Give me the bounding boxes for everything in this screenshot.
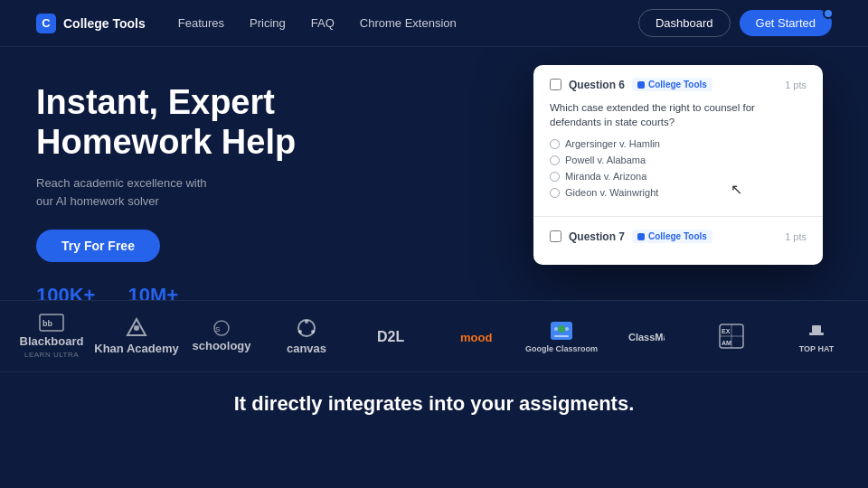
stat-users-value: 100K+ <box>36 284 95 300</box>
nav-pricing[interactable]: Pricing <box>250 16 286 30</box>
svg-text:ClassMarker: ClassMarker <box>628 332 665 343</box>
schoology-icon: S <box>211 320 232 336</box>
nav-chrome-extension[interactable]: Chrome Extension <box>360 16 457 30</box>
question-6-section: Question 6 College Tools 1 pts Which cas… <box>533 65 823 217</box>
exam-logo: EX AM <box>719 324 744 349</box>
brand-google-classroom: Google Classroom <box>519 320 604 353</box>
stat-questions: 10M+ questionssolved <box>127 284 178 300</box>
option-1: Argersinger v. Hamlin <box>550 138 807 149</box>
college-tools-badge: College Tools <box>632 78 712 91</box>
classmarker-icon: ClassMarker <box>628 328 665 344</box>
dashboard-button[interactable]: Dashboard <box>638 9 731 37</box>
option-2-radio[interactable] <box>550 155 560 165</box>
svg-rect-14 <box>554 335 569 337</box>
getstarted-button[interactable]: Get Started <box>740 10 832 36</box>
hero-title: Instant, Expert Homework Help <box>36 83 524 162</box>
brand-schoology: S schoology <box>179 320 264 352</box>
tophat-name: TOP HAT <box>799 344 835 353</box>
bottom-title: It directly integrates into your assigme… <box>36 392 832 416</box>
logo-text: College Tools <box>63 16 146 31</box>
question-6-checkbox[interactable] <box>550 79 561 90</box>
hero-subtitle: Reach academic excellence with our AI ho… <box>36 174 524 210</box>
option-4: Gideon v. Wainwright <box>550 187 807 198</box>
brand-moodle: moodle <box>434 327 519 345</box>
canvas-icon <box>296 317 317 339</box>
stat-users: 100K+ activeusers <box>36 284 95 300</box>
canvas-name: canvas <box>287 342 326 355</box>
svg-point-16 <box>565 327 569 331</box>
question-6-num: Question 6 College Tools <box>550 78 712 91</box>
hero-right: Question 6 College Tools 1 pts Which cas… <box>524 74 832 300</box>
classmarker-logo: ClassMarker <box>628 328 665 344</box>
khan-logo <box>126 317 147 339</box>
brand-tophat: TOP HAT <box>774 320 859 353</box>
option-1-radio[interactable] <box>550 139 560 149</box>
stat-questions-value: 10M+ <box>127 284 178 300</box>
svg-text:D2L: D2L <box>377 329 404 344</box>
svg-text:bb: bb <box>42 319 52 328</box>
svg-text:EX: EX <box>722 328 731 334</box>
hero-section: Instant, Expert Homework Help Reach acad… <box>0 47 868 300</box>
svg-rect-23 <box>809 333 824 335</box>
option-3-radio[interactable] <box>550 172 560 182</box>
question-7-checkbox[interactable] <box>550 230 561 242</box>
svg-text:moodle: moodle <box>460 331 493 344</box>
google-classroom-name: Google Classroom <box>525 344 598 353</box>
ct-badge-icon <box>637 81 645 89</box>
d2l-logo: D2L <box>375 327 408 345</box>
svg-text:AM: AM <box>722 340 731 346</box>
question-7-pts: 1 pts <box>785 231 807 242</box>
svg-rect-24 <box>812 325 821 333</box>
option-4-radio[interactable] <box>550 188 560 198</box>
schoology-logo: S <box>211 320 232 336</box>
hero-stats: 100K+ activeusers 10M+ questionssolved <box>36 284 524 300</box>
question-6-text: Which case extended the right to counsel… <box>550 100 807 129</box>
brand-blackboard: bb Blackboard LEARN ULTRA <box>9 314 94 359</box>
nav-features[interactable]: Features <box>178 16 224 30</box>
brand-classmarker: ClassMarker <box>604 328 689 344</box>
navbar: C College Tools Features Pricing FAQ Chr… <box>0 0 868 47</box>
try-for-free-button[interactable]: Try For Free <box>36 230 160 262</box>
question-7-num: Question 7 College Tools <box>550 230 712 243</box>
khan-icon <box>126 317 147 339</box>
tophat-icon <box>806 320 827 342</box>
option-3: Miranda v. Arizona <box>550 171 807 182</box>
nav-links: Features Pricing FAQ Chrome Extension <box>178 16 638 30</box>
blackboard-icon: bb <box>39 314 64 332</box>
ct-badge-icon-2 <box>637 233 645 240</box>
svg-point-3 <box>134 325 139 331</box>
logo[interactable]: C College Tools <box>36 14 146 33</box>
option-2: Powell v. Alabama <box>550 155 807 165</box>
svg-point-7 <box>305 320 308 324</box>
svg-point-15 <box>554 327 558 331</box>
exam-icon: EX AM <box>719 324 744 349</box>
canvas-logo <box>296 317 317 339</box>
moodle-icon: moodle <box>460 327 493 345</box>
nav-faq[interactable]: FAQ <box>311 16 335 30</box>
svg-text:S: S <box>215 325 220 333</box>
quiz-card: Question 6 College Tools 1 pts Which cas… <box>533 65 823 265</box>
blackboard-name: Blackboard <box>20 334 84 348</box>
svg-point-9 <box>298 330 302 333</box>
bottom-section: It directly integrates into your assigme… <box>0 372 868 416</box>
brand-canvas: canvas <box>264 317 349 355</box>
khan-name: Khan Academy <box>94 342 178 355</box>
college-tools-badge-2: College Tools <box>632 230 712 243</box>
brand-khan: Khan Academy <box>94 317 179 355</box>
d2l-icon: D2L <box>375 327 408 345</box>
question-7-section: Question 7 College Tools 1 pts <box>533 217 823 265</box>
hero-left: Instant, Expert Homework Help Reach acad… <box>36 74 524 300</box>
brand-exam: EX AM <box>689 324 774 349</box>
question-7-header: Question 7 College Tools 1 pts <box>550 230 807 243</box>
brands-strip: bb Blackboard LEARN ULTRA Khan Academy S… <box>0 300 868 372</box>
svg-point-8 <box>311 330 315 333</box>
logo-icon: C <box>36 14 56 33</box>
moodle-logo: moodle <box>460 327 493 345</box>
svg-point-13 <box>558 325 565 333</box>
question-6-pts: 1 pts <box>785 80 807 90</box>
blackboard-logo: bb <box>39 314 64 332</box>
google-classroom-icon <box>549 320 574 342</box>
google-classroom-logo <box>549 320 574 342</box>
schoology-name: schoology <box>192 339 250 352</box>
tophat-logo <box>806 320 827 342</box>
